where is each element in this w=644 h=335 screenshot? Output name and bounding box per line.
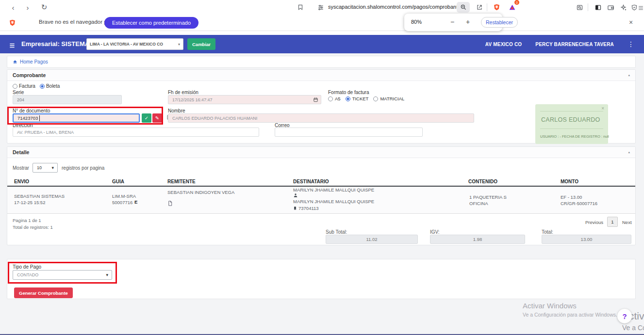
igv-field[interactable]	[430, 235, 525, 244]
default-browser-bar: Brave no es el navegador predeterminado …	[0, 15, 644, 31]
ndoc-label: N° de documento	[13, 108, 50, 113]
activate-windows-subtext: Ve a Configuración para activar Windows.	[523, 312, 617, 318]
previous-button[interactable]: Previous	[585, 220, 603, 225]
confirm-document-button[interactable]: ✓	[142, 113, 151, 123]
activate-windows-text: Activar Windows	[523, 302, 577, 310]
radio-boleta[interactable]	[40, 84, 45, 89]
formato-label: Formato de factura	[328, 90, 369, 95]
zoom-indicator[interactable]	[457, 2, 470, 13]
tipo-pago-select[interactable]: CONTADO ▾	[13, 270, 112, 280]
help-button[interactable]: ?	[617, 309, 632, 323]
radio-factura[interactable]	[13, 84, 17, 89]
search-tabs-icon[interactable]	[574, 2, 585, 13]
hamburger-icon[interactable]	[7, 40, 17, 51]
zoom-in-button[interactable]: +	[462, 16, 473, 27]
payment-panel: Tipo de Pago CONTADO ▾ Generar Comproban…	[7, 259, 636, 299]
url-text[interactable]: syscapacitacion.shalomcontrol.com/pagos/…	[328, 4, 461, 10]
generate-receipt-button[interactable]: Generar Comprobante	[14, 287, 73, 298]
destinatario-name: MARILYN JHAMILE MALLQUI QUISPE	[293, 187, 374, 192]
bookmark-icon[interactable]	[295, 2, 306, 13]
breadcrumb[interactable]: Home Pagos	[20, 59, 48, 64]
detalle-panel: Detalle ▴ Mostrar 10 ▾ registros por pag…	[7, 146, 636, 245]
col-header-guia: GUIA	[112, 179, 124, 184]
zoom-level: 80%	[411, 19, 422, 25]
forward-icon[interactable]: ›	[22, 2, 33, 13]
rewards-badge: 0	[514, 0, 519, 5]
close-icon[interactable]: ×	[629, 18, 633, 26]
correo-field[interactable]	[275, 128, 423, 137]
nombre-field[interactable]	[168, 113, 474, 123]
radio-factura-label: Factura	[19, 83, 35, 89]
contenido-line1: 1 PAQUETERIA S	[469, 194, 507, 200]
direccion-field[interactable]	[13, 128, 259, 137]
radio-ticket-label: TICKET	[352, 96, 369, 101]
radio-ticket[interactable]	[346, 96, 350, 101]
zoom-out-button[interactable]: −	[447, 16, 458, 27]
subtotal-field[interactable]	[326, 235, 418, 244]
share-icon[interactable]	[474, 2, 485, 13]
guia-tag: E	[134, 199, 137, 205]
brave-rewards-icon[interactable]: 0	[507, 2, 517, 13]
tipo-pago-value: CONTADO	[13, 272, 38, 277]
leo-ai-icon[interactable]	[618, 2, 628, 13]
radio-a5[interactable]	[328, 96, 333, 101]
registros-label: registros por pagina	[62, 165, 104, 171]
back-icon[interactable]: ‹	[8, 2, 18, 13]
text-cursor	[39, 115, 40, 121]
total-records: Total de registros: 1	[13, 224, 53, 230]
agency-link[interactable]: AV MEXICO CO	[485, 42, 522, 47]
destinatario-phone: 73704113	[298, 206, 319, 211]
person-icon[interactable]	[293, 193, 298, 198]
col-header-contenido: CONTENIDO	[468, 179, 497, 184]
close-icon[interactable]: ×	[601, 106, 604, 111]
browser-window: ‹ › ↻ syscapacitacion.shalomcontrol.com/…	[0, 0, 644, 335]
fh-emision-field[interactable]	[168, 95, 321, 104]
contenido-line2: OFICINA	[469, 201, 488, 206]
guia-number: 50007716	[112, 200, 132, 205]
igv-label: IGV:	[430, 229, 440, 235]
reload-icon[interactable]: ↻	[39, 2, 50, 13]
page-content: Home Pagos Comprobante ▴ Factura Boleta …	[0, 53, 644, 335]
zoom-reset-button[interactable]: Restablecer	[481, 17, 518, 28]
total-field[interactable]	[542, 235, 631, 244]
set-default-button[interactable]: Establecer como predeterminado	[104, 17, 198, 29]
phone-icon	[293, 206, 297, 211]
radio-matricial[interactable]	[373, 96, 378, 101]
change-branch-button[interactable]: Cambiar	[187, 38, 215, 50]
monto-line1: EF - 13.00	[561, 194, 582, 200]
guia-route: LIM.M-SRA	[112, 193, 136, 199]
envio-date: 17-12-25 15:52	[14, 200, 45, 205]
page-info: Pagina 1 de 1	[13, 218, 41, 223]
serie-field[interactable]	[13, 95, 122, 104]
ndoc-field[interactable]	[13, 113, 140, 123]
col-header-envio: ENVIO	[14, 179, 29, 184]
sidebar-icon[interactable]	[593, 2, 603, 13]
destinatario-name-2: MARILYN JHAMILE MALLQUI QUISPE	[293, 199, 374, 204]
site-settings-icon[interactable]	[315, 2, 326, 13]
branch-select[interactable]: LIMA - LA VICTORIA - AV MEXICO CO ▾	[86, 38, 183, 50]
toast-divider	[540, 111, 603, 112]
toast-divider	[540, 128, 603, 129]
next-button[interactable]: Next	[622, 220, 632, 225]
wallet-icon[interactable]	[605, 2, 616, 13]
document-icon[interactable]	[167, 200, 173, 207]
customer-toast: × CARLOS EDUARDO USUARIO : - FECHA DE RE…	[535, 104, 608, 144]
toast-customer-name: CARLOS EDUARDO	[541, 116, 600, 123]
browser-toolbar: ‹ › ↻ syscapacitacion.shalomcontrol.com/…	[0, 0, 644, 15]
collapse-icon[interactable]: ▴	[628, 73, 630, 77]
tipo-pago-label: Tipo de Pago	[13, 264, 41, 270]
menu-icon[interactable]	[635, 2, 644, 13]
per-page-select[interactable]: 10 ▾	[33, 163, 58, 173]
toolbar-divider	[487, 3, 487, 11]
chevron-down-icon: ▾	[106, 272, 112, 277]
subtotal-label: Sub Total:	[326, 229, 347, 235]
activate-windows-subtext-large: Ve a Configuración para activar Windows.	[622, 324, 644, 332]
collapse-icon[interactable]: ▴	[628, 150, 630, 154]
brave-shield-icon[interactable]	[491, 2, 502, 13]
kebab-menu-icon[interactable]: ⋮	[627, 40, 634, 48]
edit-document-button[interactable]: ✎	[152, 113, 162, 123]
calendar-icon[interactable]	[313, 97, 318, 102]
page-number-button[interactable]: 1	[607, 217, 618, 227]
col-header-remitente: REMITENTE	[167, 179, 196, 184]
user-menu[interactable]: PERCY BARRENECHEA TAVERA	[535, 42, 614, 47]
